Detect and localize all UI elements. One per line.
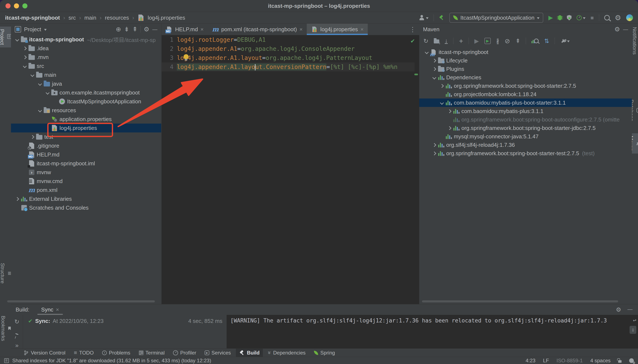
tree-row[interactable]: Scratches and Consoles [11, 203, 161, 212]
tab-help-md[interactable]: MDHELP.md× [162, 24, 208, 35]
tab-pom-xml[interactable]: mpom.xml (itcast-mp-springboot)× [208, 24, 307, 35]
close-tab-icon[interactable]: × [360, 26, 363, 33]
toolbar-version-control[interactable]: Version Control [20, 348, 69, 357]
tree-row[interactable]: application.properties [11, 115, 161, 124]
add-maven-project-button[interactable]: + [459, 37, 463, 45]
minimize-button[interactable] [14, 3, 19, 8]
maven-row[interactable]: org.springframework.boot:spring-boot-sta… [419, 82, 632, 90]
tab-log4j-properties[interactable]: log4j.properties× [307, 24, 368, 35]
breadcrumb-src[interactable]: src [69, 14, 76, 21]
tree-row[interactable]: .mvn [11, 53, 161, 62]
project-panel-title[interactable]: Project [24, 26, 41, 33]
tree-row[interactable]: com.example.itcastmpspringboot [11, 88, 161, 97]
download-sources-button[interactable]: ↓ [445, 38, 448, 44]
more-actions-button[interactable]: » [15, 342, 19, 349]
debug-button[interactable] [558, 15, 562, 20]
pin-icon[interactable] [15, 333, 19, 335]
hide-panel-button[interactable]: — [152, 27, 157, 32]
code-area[interactable]: log4j.rootLogger=DEBUG,A1 log4j.appender… [177, 35, 411, 72]
execute-maven-goal-button[interactable]: ▶ [484, 38, 491, 44]
tree-row[interactable]: ItcastMpSpringbootApplication [11, 97, 161, 106]
help-icon[interactable] [629, 358, 634, 363]
maven-row[interactable]: Dependencies [419, 73, 632, 82]
tree-row[interactable]: mvnw.cmd [11, 177, 161, 186]
tree-row[interactable]: itcast-mp-springboot.iml [11, 159, 161, 168]
panel-options-button[interactable]: ⚙ [616, 306, 621, 313]
tree-row[interactable]: MDHELP.md [11, 150, 161, 159]
dependency-tree-button[interactable]: ⇅ [544, 38, 549, 44]
stop-button[interactable]: ■ [590, 14, 594, 21]
indent-setting[interactable]: 4 spaces [590, 358, 610, 364]
stripe-tab-bookmarks[interactable]: Bookmarks [0, 316, 11, 341]
tree-row[interactable]: src [11, 62, 161, 70]
line-separator[interactable]: LF [543, 358, 549, 364]
editor-body[interactable]: 1 2 3 4 log4j.rootLogger=DEBUG,A1 log4j.… [162, 35, 419, 304]
tree-row[interactable]: java [11, 79, 161, 88]
tree-row[interactable]: mpom.xml [11, 186, 161, 194]
maven-row-selected[interactable]: com.baomidou:mybatis-plus-boot-starter:3… [419, 98, 632, 107]
collapse-all-button[interactable]: ⇞ [515, 38, 520, 44]
maven-row[interactable]: Lifecycle [419, 56, 632, 65]
tree-row[interactable]: ›mvnw [11, 168, 161, 177]
maven-row[interactable]: Plugins [419, 65, 632, 73]
inspections-ok-icon[interactable]: ✔ [411, 37, 415, 44]
run-maven-button[interactable]: ▶ [474, 38, 479, 44]
build-tab-sync[interactable]: Sync× [39, 304, 61, 315]
expand-all-button[interactable]: ⇟ [124, 26, 129, 32]
tree-row[interactable]: External Libraries [11, 194, 161, 203]
maven-row[interactable]: org.projectlombok:lombok:1.18.24 [419, 90, 632, 98]
stripe-tab-notifications[interactable]: Notifications [632, 27, 637, 54]
skip-tests-button[interactable]: ∦ [496, 38, 499, 44]
project-horizontal-scrollbar[interactable] [7, 300, 155, 302]
run-config-selector[interactable]: ItcastMpSpringbootApplication [449, 13, 543, 23]
build-console[interactable]: [WARNING] The artifact org.slf4j:slf4j-l… [227, 315, 638, 348]
status-message[interactable]: Shared indexes for JDK "1.8" are downloa… [12, 358, 211, 364]
unlock-icon[interactable] [618, 360, 621, 363]
code-with-me-icon[interactable] [626, 14, 633, 21]
scroll-to-end-icon[interactable]: ⇩ [629, 326, 636, 334]
tree-row[interactable]: resources [11, 106, 161, 115]
collapse-all-button[interactable]: ⇞ [132, 26, 138, 32]
toolbar-spring[interactable]: Spring [311, 348, 338, 357]
user-menu-button[interactable] [419, 15, 428, 21]
toolbar-build[interactable]: Build [236, 348, 263, 357]
stripe-tab-project[interactable]: Project [0, 26, 13, 48]
maven-row[interactable]: org.springframework.boot:spring-boot-sta… [419, 149, 632, 158]
stripe-tab-structure[interactable]: ≣Structure [0, 263, 12, 284]
tree-row[interactable]: .gitignore [11, 141, 161, 150]
coverage-button[interactable] [567, 15, 571, 20]
build-project-button[interactable] [439, 15, 444, 20]
maven-row[interactable]: mysql:mysql-connector-java:5.1.47 [419, 132, 632, 141]
hide-panel-button[interactable]: — [623, 27, 628, 32]
intention-lightbulb-icon[interactable] [184, 54, 189, 59]
tab-options-icon[interactable]: ⋮ [409, 26, 416, 33]
caret-position[interactable]: 4:23 [525, 358, 535, 364]
toolbar-profiler[interactable]: Profiler [170, 348, 200, 357]
breadcrumb-main[interactable]: main [84, 14, 96, 21]
breadcrumb-resources[interactable]: resources [105, 14, 129, 21]
maven-row[interactable]: org.slf4j:slf4j-reload4j:1.7.36 [419, 141, 632, 149]
generate-sources-button[interactable]: ↓ [434, 38, 439, 44]
breadcrumb-file[interactable]: log4j.properties [148, 14, 185, 21]
maven-row[interactable]: org.springframework.boot:spring-boot-aut… [419, 115, 632, 124]
maven-row[interactable]: mitcast-mp-springboot [419, 48, 632, 56]
soft-wrap-icon[interactable]: ↩ [633, 317, 636, 323]
close-tab-icon[interactable]: × [299, 26, 303, 33]
maven-row[interactable]: org.springframework.boot:spring-boot-sta… [419, 124, 632, 132]
panel-options-button[interactable]: ⚙ [614, 26, 620, 32]
toolbar-services[interactable]: ▶Services [201, 348, 234, 357]
close-tab-icon[interactable]: × [56, 306, 59, 313]
toggle-offline-button[interactable]: ⊘ [505, 37, 510, 45]
file-encoding[interactable]: ISO-8859-1 [556, 358, 583, 364]
refresh-build-button[interactable]: ↻ [14, 318, 19, 325]
toolbar-dependencies[interactable]: »Dependencies [265, 348, 309, 357]
close-button[interactable] [6, 3, 11, 8]
tree-row[interactable]: itcast-mp-springboot~/Desktop/项目/itcast-… [11, 35, 161, 44]
tree-row[interactable]: .idea [11, 44, 161, 53]
build-sync-status[interactable]: ✔ Sync: At 2022/10/26, 12:23 4 sec, 852 … [23, 315, 227, 348]
maven-settings-button[interactable] [560, 38, 570, 44]
search-everywhere-button[interactable] [604, 15, 610, 20]
close-tab-icon[interactable]: × [200, 26, 204, 33]
chevron-down-icon[interactable] [44, 29, 47, 31]
tree-row[interactable]: main [11, 70, 161, 79]
